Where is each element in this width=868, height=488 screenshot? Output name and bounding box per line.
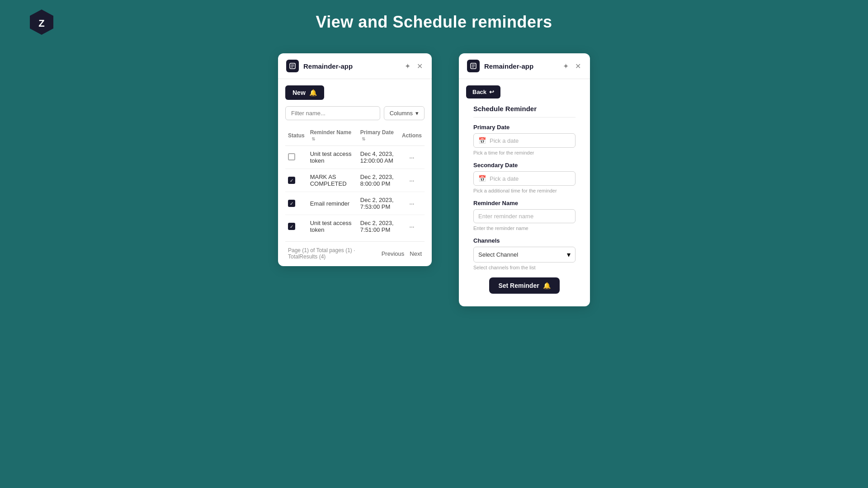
right-panel-title: Remainder-app bbox=[484, 62, 533, 70]
right-panel-title-group: Remainder-app bbox=[467, 60, 533, 72]
secondary-date-placeholder: Pick a date bbox=[490, 175, 519, 182]
pin-icon-left[interactable]: ✦ bbox=[404, 61, 411, 71]
row-date-3: Dec 2, 2023, 7:51:00 PM bbox=[358, 215, 399, 238]
pagination-info: Page (1) of Total pages (1) · TotalResul… bbox=[288, 247, 382, 260]
back-arrow-icon: ↩ bbox=[489, 89, 494, 95]
next-button[interactable]: Next bbox=[410, 250, 422, 257]
left-panel-title: Remainder-app bbox=[303, 62, 353, 70]
reminder-bell-icon: 🔔 bbox=[543, 282, 551, 289]
channels-label: Channels bbox=[473, 237, 576, 244]
right-panel: Remainder-app ✦ ✕ Back ↩ Schedule Remind… bbox=[459, 53, 590, 306]
row-checkbox-3[interactable]: ✓ bbox=[288, 223, 295, 230]
row-name-0: Unit test access token bbox=[307, 146, 358, 169]
row-date-0: Dec 4, 2023, 12:00:00 AM bbox=[358, 146, 399, 169]
left-panel-icon bbox=[286, 60, 299, 72]
secondary-date-hint: Pick a additional time for the reminder bbox=[473, 188, 576, 193]
close-icon-left[interactable]: ✕ bbox=[416, 61, 424, 71]
left-panel-body: New 🔔 Columns ▾ Status Reminder Name ⇅ P… bbox=[278, 79, 432, 266]
table-header-row: Status Reminder Name ⇅ Primary Date ⇅ Ac… bbox=[285, 126, 425, 146]
channel-select-dropdown[interactable]: Select Channel ▾ bbox=[473, 247, 576, 263]
left-panel-title-group: Remainder-app bbox=[286, 60, 353, 72]
table-row: Unit test access tokenDec 4, 2023, 12:00… bbox=[285, 146, 425, 169]
row-actions-3[interactable]: ··· bbox=[399, 215, 425, 238]
col-name: Reminder Name ⇅ bbox=[307, 126, 358, 146]
back-button[interactable]: Back ↩ bbox=[466, 85, 500, 99]
primary-date-section: Primary Date 📅 Pick a date Pick a time f… bbox=[473, 124, 576, 155]
row-actions-0[interactable]: ··· bbox=[399, 146, 425, 169]
new-button[interactable]: New 🔔 bbox=[285, 85, 324, 100]
top-bar: Z View and Schedule reminders bbox=[0, 0, 868, 44]
left-panel: Remainder-app ✦ ✕ New 🔔 Columns ▾ bbox=[278, 53, 432, 266]
primary-date-placeholder: Pick a date bbox=[490, 137, 519, 144]
reminder-name-hint: Enter the reminder name bbox=[473, 225, 576, 231]
right-panel-header: Remainder-app ✦ ✕ bbox=[459, 53, 590, 79]
col-actions: Actions bbox=[399, 126, 425, 146]
row-name-3: Unit test access token bbox=[307, 215, 358, 238]
row-name-1: MARK AS COMPLETED bbox=[307, 169, 358, 192]
previous-button[interactable]: Previous bbox=[382, 250, 405, 257]
schedule-form: Schedule Reminder Primary Date 📅 Pick a … bbox=[466, 99, 583, 300]
table-row: ✓Unit test access tokenDec 2, 2023, 7:51… bbox=[285, 215, 425, 238]
row-checkbox-1[interactable]: ✓ bbox=[288, 177, 295, 184]
filter-input[interactable] bbox=[285, 106, 380, 120]
schedule-title: Schedule Reminder bbox=[473, 105, 576, 117]
reminder-table: Status Reminder Name ⇅ Primary Date ⇅ Ac… bbox=[285, 126, 425, 238]
table-row: ✓Email reminderDec 2, 2023, 7:53:00 PM··… bbox=[285, 192, 425, 215]
columns-button[interactable]: Columns ▾ bbox=[384, 106, 425, 120]
secondary-date-label: Secondary Date bbox=[473, 162, 576, 169]
pagination: Page (1) of Total pages (1) · TotalResul… bbox=[285, 241, 425, 260]
table-row: ✓MARK AS COMPLETEDDec 2, 2023, 8:00:00 P… bbox=[285, 169, 425, 192]
primary-date-hint: Pick a time for the reminder bbox=[473, 150, 576, 155]
right-panel-body: Back ↩ Schedule Reminder Primary Date 📅 … bbox=[459, 79, 590, 306]
pin-icon-right[interactable]: ✦ bbox=[562, 61, 570, 71]
reminder-name-label: Reminder Name bbox=[473, 200, 576, 206]
row-date-2: Dec 2, 2023, 7:53:00 PM bbox=[358, 192, 399, 215]
chevron-down-icon-channel: ▾ bbox=[567, 250, 571, 259]
main-content: Remainder-app ✦ ✕ New 🔔 Columns ▾ bbox=[278, 53, 590, 306]
primary-date-label: Primary Date bbox=[473, 124, 576, 131]
svg-text:Z: Z bbox=[38, 18, 44, 29]
right-panel-icon bbox=[467, 60, 480, 72]
set-reminder-button[interactable]: Set Reminder 🔔 bbox=[489, 277, 559, 294]
left-panel-header: Remainder-app ✦ ✕ bbox=[278, 53, 432, 79]
calendar-icon-primary: 📅 bbox=[478, 137, 486, 144]
col-date: Primary Date ⇅ bbox=[358, 126, 399, 146]
filter-row: Columns ▾ bbox=[285, 106, 425, 120]
row-checkbox-0[interactable] bbox=[288, 153, 295, 160]
left-panel-header-icons: ✦ ✕ bbox=[404, 61, 424, 71]
page-title: View and Schedule reminders bbox=[27, 13, 841, 32]
reminder-name-input[interactable] bbox=[473, 209, 576, 223]
channels-hint: Select channels from the list bbox=[473, 265, 576, 270]
close-icon-right[interactable]: ✕ bbox=[574, 61, 582, 71]
channels-section: Channels Select Channel ▾ Select channel… bbox=[473, 237, 576, 270]
app-logo: Z bbox=[27, 8, 56, 37]
row-name-2: Email reminder bbox=[307, 192, 358, 215]
secondary-date-section: Secondary Date 📅 Pick a date Pick a addi… bbox=[473, 162, 576, 193]
row-actions-1[interactable]: ··· bbox=[399, 169, 425, 192]
channel-select-text: Select Channel bbox=[478, 251, 518, 258]
row-date-1: Dec 2, 2023, 8:00:00 PM bbox=[358, 169, 399, 192]
reminder-name-section: Reminder Name Enter the reminder name bbox=[473, 200, 576, 231]
primary-date-input[interactable]: 📅 Pick a date bbox=[473, 133, 576, 148]
col-status: Status bbox=[285, 126, 307, 146]
row-checkbox-2[interactable]: ✓ bbox=[288, 200, 295, 207]
secondary-date-input[interactable]: 📅 Pick a date bbox=[473, 171, 576, 186]
calendar-icon-secondary: 📅 bbox=[478, 175, 486, 182]
bell-icon: 🔔 bbox=[309, 89, 317, 96]
chevron-down-icon: ▾ bbox=[415, 110, 419, 117]
right-panel-header-icons: ✦ ✕ bbox=[562, 61, 582, 71]
row-actions-2[interactable]: ··· bbox=[399, 192, 425, 215]
